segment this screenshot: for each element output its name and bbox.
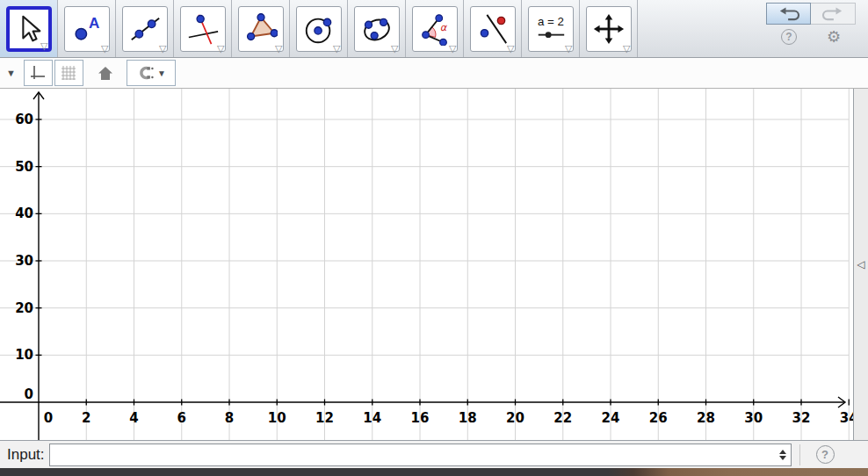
point-label: A [88, 15, 98, 32]
angle-icon: α [418, 12, 452, 46]
svg-text:8: 8 [225, 410, 234, 426]
axes-icon [30, 65, 46, 81]
svg-text:6: 6 [177, 410, 186, 426]
svg-text:0: 0 [44, 410, 53, 426]
svg-text:28: 28 [697, 410, 715, 426]
redo-button[interactable] [811, 3, 856, 25]
svg-text:32: 32 [792, 410, 811, 426]
input-field[interactable] [49, 444, 792, 466]
home-icon [98, 66, 113, 81]
show-axes-button[interactable] [24, 60, 53, 86]
standard-view-home-button[interactable] [92, 60, 119, 86]
grid-icon [61, 65, 76, 81]
geogebra-window: ▽ A ▽ ▽ [0, 0, 868, 476]
collapse-panel-icon[interactable]: ◁ [857, 259, 864, 270]
circle-icon [302, 12, 336, 46]
undo-icon [776, 5, 802, 23]
reflect-about-line-icon [476, 12, 510, 46]
polygon-icon [244, 12, 278, 46]
tool-perpendicular-line-button[interactable]: ▽ [174, 0, 232, 57]
svg-text:50: 50 [15, 159, 33, 175]
svg-text:4: 4 [129, 410, 138, 426]
point-capturing-button[interactable]: ▼ [127, 60, 176, 86]
style-bar-menu-icon[interactable]: ▼ [6, 68, 16, 78]
help-icon[interactable]: ? [781, 29, 797, 45]
tool-dropdown-icon[interactable]: ▽ [159, 44, 166, 54]
angle-label: α [439, 20, 447, 32]
header-action-icons: ? ⚙ [766, 27, 856, 47]
tool-move-graphics-view-button[interactable]: ▽ [580, 0, 638, 57]
stepper-up-icon[interactable] [779, 450, 786, 454]
slider-icon: a = 2 [534, 12, 568, 46]
move-graphics-view-icon [592, 12, 626, 46]
svg-text:16: 16 [411, 410, 430, 426]
svg-text:24: 24 [602, 410, 620, 426]
tool-dropdown-icon[interactable]: ▽ [507, 44, 514, 54]
svg-text:0: 0 [25, 386, 33, 402]
svg-text:26: 26 [649, 410, 668, 426]
tool-dropdown-icon[interactable]: ▽ [217, 44, 224, 54]
input-help-button[interactable]: ? [816, 445, 835, 464]
tool-angle-button[interactable]: α ▽ [406, 0, 464, 57]
ellipse-icon [360, 12, 394, 46]
tool-point-button[interactable]: A ▽ [58, 0, 116, 57]
svg-text:14: 14 [363, 410, 381, 426]
tool-dropdown-icon[interactable]: ▽ [40, 41, 47, 51]
tool-dropdown-icon[interactable]: ▽ [333, 44, 340, 54]
input-field-wrap [49, 444, 792, 466]
svg-text:22: 22 [553, 410, 572, 426]
tool-dropdown-icon[interactable]: ▽ [623, 44, 630, 54]
tool-slider-button[interactable]: a = 2 ▽ [522, 0, 580, 57]
settings-gear-icon[interactable]: ⚙ [827, 29, 841, 45]
undo-button[interactable] [766, 3, 811, 25]
svg-text:10: 10 [268, 410, 286, 426]
tool-polygon-button[interactable]: ▽ [232, 0, 290, 57]
line-icon [128, 12, 162, 46]
svg-text:34: 34 [840, 410, 853, 426]
tool-dropdown-icon[interactable]: ▽ [101, 44, 108, 54]
tool-dropdown-icon[interactable]: ▽ [275, 44, 282, 54]
svg-text:60: 60 [15, 112, 33, 127]
svg-text:2: 2 [82, 410, 90, 426]
perpendicular-line-icon [186, 12, 220, 46]
stepper-down-icon[interactable] [779, 456, 786, 460]
input-bar-divider [799, 444, 800, 465]
style-bar: ▼ [0, 58, 868, 89]
history-buttons [766, 3, 856, 25]
tool-reflect-button[interactable]: ▽ [464, 0, 522, 57]
svg-text:40: 40 [15, 206, 33, 221]
point-capturing-dropdown-icon[interactable]: ▼ [157, 69, 166, 78]
tool-dropdown-icon[interactable]: ▽ [449, 44, 456, 54]
input-label: Input: [7, 446, 45, 464]
svg-text:10: 10 [15, 347, 33, 363]
svg-text:30: 30 [744, 410, 763, 426]
tool-dropdown-icon[interactable]: ▽ [391, 44, 398, 54]
input-history-stepper[interactable] [778, 447, 788, 463]
svg-text:30: 30 [15, 253, 33, 269]
svg-text:12: 12 [315, 410, 334, 426]
input-bar: Input: ? [0, 440, 868, 468]
redo-icon [820, 5, 846, 23]
svg-text:18: 18 [459, 410, 477, 426]
point-icon: A [70, 12, 104, 46]
desktop-edge-strip [0, 468, 868, 476]
tool-ellipse-button[interactable]: ▽ [348, 0, 406, 57]
tool-line-button[interactable]: ▽ [116, 0, 174, 57]
tool-dropdown-icon[interactable]: ▽ [565, 44, 572, 54]
right-panel-strip: ◁ [853, 89, 868, 440]
magnet-icon [136, 66, 154, 80]
graphics-view-canvas[interactable]: 0246810121416182022242628303234010203040… [0, 89, 853, 440]
svg-text:20: 20 [15, 300, 33, 316]
slider-label: a = 2 [538, 15, 564, 28]
graphics-view[interactable]: 0246810121416182022242628303234010203040… [0, 89, 853, 440]
show-grid-button[interactable] [54, 60, 83, 86]
main-toolbar: ▽ A ▽ ▽ [0, 0, 868, 58]
svg-text:20: 20 [506, 410, 524, 426]
tool-circle-button[interactable]: ▽ [290, 0, 348, 57]
tool-move-button[interactable]: ▽ [0, 0, 58, 57]
